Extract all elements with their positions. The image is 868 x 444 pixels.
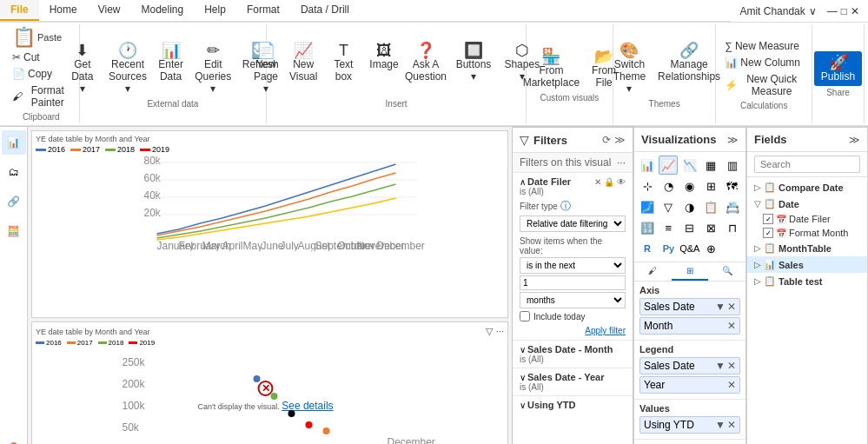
viz-table[interactable]: ⊟ bbox=[680, 218, 699, 237]
tab-data-drill[interactable]: Data / Drill bbox=[290, 0, 360, 21]
switch-theme-button[interactable]: 🎨SwitchTheme ▾ bbox=[606, 40, 653, 97]
viz-treemap[interactable]: ⊞ bbox=[701, 176, 720, 195]
viz-area-chart[interactable]: 📉 bbox=[680, 156, 699, 175]
new-page-button[interactable]: 📄NewPage ▾ bbox=[247, 40, 284, 97]
viz-slicer[interactable]: ≡ bbox=[659, 218, 678, 237]
viz-card[interactable]: 📋 bbox=[701, 197, 720, 216]
viz-python[interactable]: Py bbox=[659, 239, 678, 258]
legend-sd-x-icon[interactable]: ✕ bbox=[727, 360, 736, 372]
new-quick-measure-button[interactable]: ⚡New Quick Measure bbox=[721, 71, 806, 99]
bottom-chart-more-icon[interactable]: ··· bbox=[496, 326, 504, 337]
image-button[interactable]: 🖼Image bbox=[367, 40, 401, 73]
viz-filled-map[interactable]: 🗾 bbox=[638, 197, 657, 216]
viz-scatter[interactable]: ⊹ bbox=[638, 176, 657, 195]
viz-r[interactable]: R bbox=[638, 239, 657, 258]
axis-month-x-icon[interactable]: ✕ bbox=[727, 320, 736, 332]
window-close[interactable]: ✕ bbox=[851, 5, 859, 17]
viz-format-tab[interactable]: 🖌 bbox=[634, 262, 672, 281]
buttons-button[interactable]: 🔲Buttons ▾ bbox=[450, 40, 497, 85]
sdy-chevron[interactable]: ∨ bbox=[520, 373, 526, 382]
tab-help[interactable]: Help bbox=[194, 0, 236, 21]
new-visual-button[interactable]: 📈NewVisual bbox=[287, 40, 321, 85]
viz-stacked-bar[interactable]: ▦ bbox=[701, 156, 720, 175]
viz-gauge[interactable]: ◑ bbox=[680, 197, 699, 216]
date-filer-eye-icon[interactable]: 👁 bbox=[617, 177, 626, 187]
field-item-format-month[interactable]: ✓ 📅 Format Month bbox=[747, 226, 867, 240]
nav-model-icon[interactable]: 🔗 bbox=[2, 189, 26, 214]
legend-sd-down-icon[interactable]: ▼ bbox=[715, 360, 726, 372]
date-filer-lock-icon[interactable]: 🔒 bbox=[604, 177, 614, 187]
fields-collapse-icon[interactable]: ≫ bbox=[849, 134, 860, 146]
values-ytd-down-icon[interactable]: ▼ bbox=[715, 419, 726, 431]
nav-data-icon[interactable]: 🗂 bbox=[2, 160, 26, 184]
tab-home[interactable]: Home bbox=[39, 0, 88, 21]
fields-search-input[interactable] bbox=[754, 156, 860, 173]
viz-waterfall[interactable]: ⊓ bbox=[723, 218, 742, 237]
apply-filter-button[interactable]: Apply filter bbox=[585, 326, 626, 335]
publish-button[interactable]: 🚀Publish bbox=[814, 51, 862, 86]
viz-kpi[interactable]: 🔢 bbox=[638, 218, 657, 237]
from-marketplace-button[interactable]: 🏪FromMarketplace bbox=[518, 46, 585, 91]
condition-select[interactable]: is in the next is in the last is in this bbox=[520, 257, 626, 274]
viz-line-chart[interactable]: 📈 bbox=[659, 156, 678, 175]
field-group-compare-date-header[interactable]: ▷ 📋 Compare Date bbox=[747, 179, 867, 195]
field-item-date-filer[interactable]: ✓ 📅 Date Filer bbox=[747, 212, 867, 226]
legend-year-x-icon[interactable]: ✕ bbox=[727, 379, 736, 391]
cut-button[interactable]: ✂Cut bbox=[9, 50, 43, 65]
viz-qna[interactable]: Q&A bbox=[680, 239, 699, 258]
enter-data-button[interactable]: 📊EnterData bbox=[155, 40, 187, 85]
viz-custom[interactable]: ⊕ bbox=[701, 239, 720, 258]
chart-area: YE date table by Month and Year 2016 201… bbox=[28, 127, 512, 444]
viz-multi-card[interactable]: 📇 bbox=[723, 197, 742, 216]
viz-pie[interactable]: ◔ bbox=[659, 176, 678, 195]
tab-modeling[interactable]: Modeling bbox=[130, 0, 194, 21]
copy-button[interactable]: 📄Copy bbox=[9, 66, 56, 82]
tab-file[interactable]: File bbox=[0, 0, 39, 21]
nav-qa-icon[interactable]: ❓ bbox=[2, 436, 26, 444]
ytd-chevron[interactable]: ∨ bbox=[520, 401, 526, 410]
unit-select[interactable]: months days weeks years bbox=[520, 292, 626, 308]
viz-map[interactable]: 🗺 bbox=[723, 176, 742, 195]
viz-100-bar[interactable]: ▥ bbox=[723, 156, 742, 175]
viz-collapse-icon[interactable]: ≫ bbox=[727, 134, 739, 146]
filter-type-select[interactable]: Relative date filtering Basic filtering … bbox=[520, 215, 626, 232]
include-today-checkbox[interactable] bbox=[520, 311, 530, 321]
viz-funnel[interactable]: ▽ bbox=[659, 197, 678, 216]
field-group-month-table-header[interactable]: ▷ 📋 MonthTable bbox=[747, 240, 867, 256]
window-minimize[interactable]: — bbox=[827, 5, 838, 17]
condition-number-input[interactable] bbox=[520, 275, 626, 290]
manage-relationships-button[interactable]: 🔗ManageRelationships bbox=[655, 40, 723, 85]
filters-more-icon[interactable]: ··· bbox=[617, 156, 626, 169]
axis-sd-x-icon[interactable]: ✕ bbox=[727, 301, 736, 313]
recent-sources-button[interactable]: 🕐RecentSources ▾ bbox=[103, 40, 153, 97]
viz-bar-chart[interactable]: 📊 bbox=[638, 156, 657, 175]
nav-dax-icon[interactable]: 🧮 bbox=[2, 219, 26, 243]
paste-button[interactable]: 📋 Paste bbox=[9, 26, 65, 49]
text-box-button[interactable]: TText box bbox=[322, 40, 365, 85]
filters-collapse-icon[interactable]: ≫ bbox=[614, 134, 626, 146]
viz-donut[interactable]: ◉ bbox=[680, 176, 699, 195]
sdm-chevron[interactable]: ∨ bbox=[520, 345, 526, 355]
ask-question-button[interactable]: ❓Ask AQuestion bbox=[403, 40, 448, 85]
date-filer-close-icon[interactable]: ✕ bbox=[594, 177, 601, 187]
tab-view[interactable]: View bbox=[88, 0, 131, 21]
axis-sd-down-icon[interactable]: ▼ bbox=[715, 301, 726, 313]
get-data-button[interactable]: ⬇GetData ▾ bbox=[64, 40, 101, 97]
viz-data-tab[interactable]: ⊞ bbox=[672, 262, 709, 281]
edit-queries-button[interactable]: ✏EditQueries ▾ bbox=[189, 40, 238, 97]
field-group-table-test-header[interactable]: ▷ 📋 Table test bbox=[747, 273, 867, 289]
new-column-button[interactable]: 📊New Column bbox=[721, 55, 804, 70]
window-maximize[interactable]: □ bbox=[841, 5, 847, 17]
viz-analytics-tab[interactable]: 🔍 bbox=[708, 262, 745, 281]
field-group-date-header[interactable]: ▽ 📋 Date bbox=[747, 195, 867, 212]
new-measure-button[interactable]: ∑New Measure bbox=[721, 38, 803, 54]
values-ytd-x-icon[interactable]: ✕ bbox=[727, 419, 736, 431]
tab-format[interactable]: Format bbox=[236, 0, 290, 21]
date-filer-chevron[interactable]: ∧ bbox=[520, 177, 526, 187]
user-menu-icon[interactable]: ∨ bbox=[809, 5, 817, 17]
nav-report-icon[interactable]: 📊 bbox=[2, 130, 26, 155]
bottom-chart-filter-icon[interactable]: ▽ bbox=[486, 326, 493, 337]
field-group-sales-header[interactable]: ▷ 📊 Sales bbox=[747, 256, 867, 273]
viz-matrix[interactable]: ⊠ bbox=[701, 218, 720, 237]
filters-refresh-icon[interactable]: ⟳ bbox=[602, 134, 611, 146]
